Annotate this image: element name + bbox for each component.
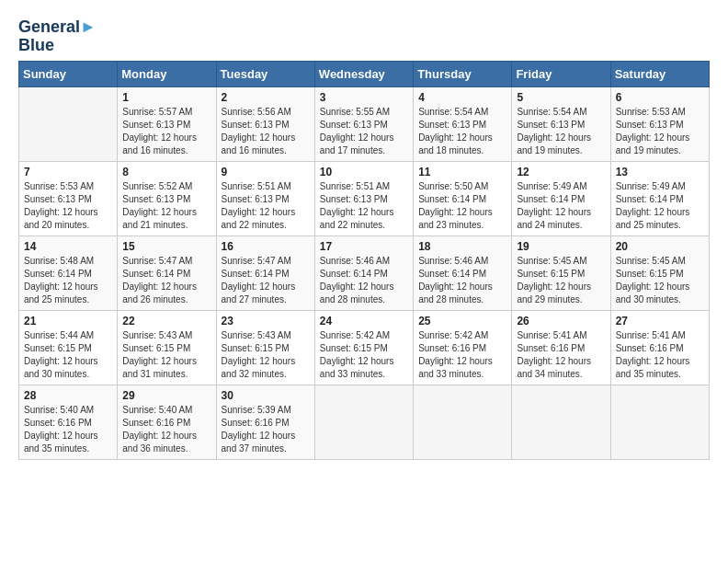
calendar-header-thursday: Thursday	[414, 61, 512, 86]
day-number: 14	[24, 240, 112, 253]
calendar-week-row: 28Sunrise: 5:40 AMSunset: 6:16 PMDayligh…	[19, 385, 710, 459]
day-info: Sunrise: 5:45 AMSunset: 6:15 PMDaylight:…	[517, 255, 605, 306]
day-number: 19	[517, 240, 605, 253]
day-number: 25	[418, 315, 506, 327]
day-info: Sunrise: 5:55 AMSunset: 6:13 PMDaylight:…	[320, 106, 408, 157]
day-number: 22	[122, 315, 210, 327]
day-info: Sunrise: 5:51 AMSunset: 6:13 PMDaylight:…	[222, 180, 310, 232]
calendar-day-cell	[512, 385, 610, 459]
day-info: Sunrise: 5:41 AMSunset: 6:16 PMDaylight:…	[616, 329, 704, 381]
day-info: Sunrise: 5:52 AMSunset: 6:13 PMDaylight:…	[122, 180, 210, 232]
day-info: Sunrise: 5:45 AMSunset: 6:15 PMDaylight:…	[616, 255, 704, 306]
calendar-day-cell: 22Sunrise: 5:43 AMSunset: 6:15 PMDayligh…	[118, 310, 216, 385]
day-number: 6	[616, 91, 704, 104]
day-info: Sunrise: 5:41 AMSunset: 6:16 PMDaylight:…	[517, 329, 605, 381]
day-number: 27	[616, 315, 704, 327]
calendar-day-cell: 9Sunrise: 5:51 AMSunset: 6:13 PMDaylight…	[216, 161, 314, 236]
day-number: 8	[122, 166, 210, 178]
day-info: Sunrise: 5:42 AMSunset: 6:15 PMDaylight:…	[320, 329, 408, 381]
day-info: Sunrise: 5:57 AMSunset: 6:13 PMDaylight:…	[122, 106, 210, 157]
calendar-day-cell: 19Sunrise: 5:45 AMSunset: 6:15 PMDayligh…	[512, 236, 610, 310]
day-info: Sunrise: 5:43 AMSunset: 6:15 PMDaylight:…	[222, 329, 310, 381]
calendar-day-cell: 2Sunrise: 5:56 AMSunset: 6:13 PMDaylight…	[216, 86, 314, 161]
calendar-day-cell: 13Sunrise: 5:49 AMSunset: 6:14 PMDayligh…	[610, 161, 709, 236]
day-info: Sunrise: 5:56 AMSunset: 6:13 PMDaylight:…	[222, 106, 310, 157]
day-number: 3	[320, 91, 408, 104]
day-number: 24	[320, 315, 408, 327]
calendar-day-cell: 10Sunrise: 5:51 AMSunset: 6:13 PMDayligh…	[314, 161, 413, 236]
logo: General►Blue	[18, 18, 97, 55]
calendar-week-row: 7Sunrise: 5:53 AMSunset: 6:13 PMDaylight…	[19, 161, 710, 236]
calendar-day-cell: 16Sunrise: 5:47 AMSunset: 6:14 PMDayligh…	[216, 236, 314, 310]
calendar-day-cell: 28Sunrise: 5:40 AMSunset: 6:16 PMDayligh…	[19, 385, 118, 459]
day-info: Sunrise: 5:48 AMSunset: 6:14 PMDaylight:…	[24, 255, 112, 306]
day-number: 9	[222, 166, 310, 178]
calendar-day-cell: 21Sunrise: 5:44 AMSunset: 6:15 PMDayligh…	[19, 310, 118, 385]
day-number: 10	[320, 166, 408, 178]
day-number: 20	[616, 240, 704, 253]
calendar-week-row: 1Sunrise: 5:57 AMSunset: 6:13 PMDaylight…	[19, 86, 710, 161]
calendar-day-cell	[414, 385, 512, 459]
calendar-day-cell: 1Sunrise: 5:57 AMSunset: 6:13 PMDaylight…	[118, 86, 216, 161]
day-number: 16	[222, 240, 310, 253]
calendar-header-tuesday: Tuesday	[216, 61, 314, 86]
day-number: 5	[517, 91, 605, 104]
day-info: Sunrise: 5:39 AMSunset: 6:16 PMDaylight:…	[222, 404, 310, 455]
calendar-day-cell: 23Sunrise: 5:43 AMSunset: 6:15 PMDayligh…	[216, 310, 314, 385]
calendar-day-cell: 20Sunrise: 5:45 AMSunset: 6:15 PMDayligh…	[610, 236, 709, 310]
calendar-day-cell: 24Sunrise: 5:42 AMSunset: 6:15 PMDayligh…	[314, 310, 413, 385]
calendar-day-cell: 7Sunrise: 5:53 AMSunset: 6:13 PMDaylight…	[19, 161, 118, 236]
logo-text: General►Blue	[18, 18, 97, 55]
calendar-day-cell	[19, 86, 118, 161]
calendar-header-row: SundayMondayTuesdayWednesdayThursdayFrid…	[19, 61, 710, 86]
day-info: Sunrise: 5:42 AMSunset: 6:16 PMDaylight:…	[418, 329, 506, 381]
calendar-day-cell: 26Sunrise: 5:41 AMSunset: 6:16 PMDayligh…	[512, 310, 610, 385]
calendar-header-wednesday: Wednesday	[314, 61, 413, 86]
day-number: 30	[222, 389, 310, 402]
day-info: Sunrise: 5:40 AMSunset: 6:16 PMDaylight:…	[24, 404, 112, 455]
calendar-day-cell: 5Sunrise: 5:54 AMSunset: 6:13 PMDaylight…	[512, 86, 610, 161]
calendar-day-cell: 30Sunrise: 5:39 AMSunset: 6:16 PMDayligh…	[216, 385, 314, 459]
calendar-week-row: 14Sunrise: 5:48 AMSunset: 6:14 PMDayligh…	[19, 236, 710, 310]
calendar-day-cell	[314, 385, 413, 459]
calendar-day-cell: 6Sunrise: 5:53 AMSunset: 6:13 PMDaylight…	[610, 86, 709, 161]
day-info: Sunrise: 5:53 AMSunset: 6:13 PMDaylight:…	[616, 106, 704, 157]
day-number: 18	[418, 240, 506, 253]
calendar-table: SundayMondayTuesdayWednesdayThursdayFrid…	[18, 61, 710, 460]
calendar-day-cell	[610, 385, 709, 459]
day-info: Sunrise: 5:47 AMSunset: 6:14 PMDaylight:…	[222, 255, 310, 306]
day-number: 13	[616, 166, 704, 178]
day-info: Sunrise: 5:54 AMSunset: 6:13 PMDaylight:…	[517, 106, 605, 157]
day-info: Sunrise: 5:51 AMSunset: 6:13 PMDaylight:…	[320, 180, 408, 232]
day-number: 17	[320, 240, 408, 253]
day-number: 21	[24, 315, 112, 327]
calendar-day-cell: 4Sunrise: 5:54 AMSunset: 6:13 PMDaylight…	[414, 86, 512, 161]
calendar-day-cell: 11Sunrise: 5:50 AMSunset: 6:14 PMDayligh…	[414, 161, 512, 236]
calendar-day-cell: 8Sunrise: 5:52 AMSunset: 6:13 PMDaylight…	[118, 161, 216, 236]
day-info: Sunrise: 5:49 AMSunset: 6:14 PMDaylight:…	[517, 180, 605, 232]
day-info: Sunrise: 5:40 AMSunset: 6:16 PMDaylight:…	[122, 404, 210, 455]
day-info: Sunrise: 5:46 AMSunset: 6:14 PMDaylight:…	[320, 255, 408, 306]
day-number: 2	[222, 91, 310, 104]
day-number: 4	[418, 91, 506, 104]
calendar-day-cell: 3Sunrise: 5:55 AMSunset: 6:13 PMDaylight…	[314, 86, 413, 161]
day-info: Sunrise: 5:44 AMSunset: 6:15 PMDaylight:…	[24, 329, 112, 381]
day-number: 28	[24, 389, 112, 402]
calendar-day-cell: 15Sunrise: 5:47 AMSunset: 6:14 PMDayligh…	[118, 236, 216, 310]
day-number: 29	[122, 389, 210, 402]
day-info: Sunrise: 5:43 AMSunset: 6:15 PMDaylight:…	[122, 329, 210, 381]
day-info: Sunrise: 5:50 AMSunset: 6:14 PMDaylight:…	[418, 180, 506, 232]
calendar-header-sunday: Sunday	[19, 61, 118, 86]
day-number: 12	[517, 166, 605, 178]
calendar-day-cell: 14Sunrise: 5:48 AMSunset: 6:14 PMDayligh…	[19, 236, 118, 310]
calendar-day-cell: 29Sunrise: 5:40 AMSunset: 6:16 PMDayligh…	[118, 385, 216, 459]
day-info: Sunrise: 5:53 AMSunset: 6:13 PMDaylight:…	[24, 180, 112, 232]
day-info: Sunrise: 5:49 AMSunset: 6:14 PMDaylight:…	[616, 180, 704, 232]
calendar-day-cell: 25Sunrise: 5:42 AMSunset: 6:16 PMDayligh…	[414, 310, 512, 385]
day-number: 26	[517, 315, 605, 327]
day-number: 1	[122, 91, 210, 104]
calendar-header-friday: Friday	[512, 61, 610, 86]
calendar-day-cell: 17Sunrise: 5:46 AMSunset: 6:14 PMDayligh…	[314, 236, 413, 310]
calendar-header-monday: Monday	[118, 61, 216, 86]
day-number: 15	[122, 240, 210, 253]
